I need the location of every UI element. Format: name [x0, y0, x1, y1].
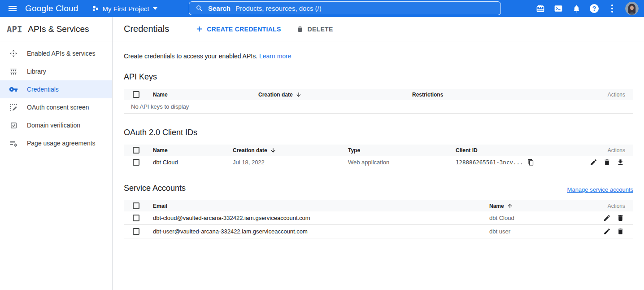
column-header-restrictions[interactable]: Restrictions	[412, 92, 593, 98]
library-icon	[9, 67, 18, 75]
column-header-name[interactable]: Name	[489, 203, 597, 209]
sidebar-item-page-usage[interactable]: Page usage agreements	[0, 134, 112, 152]
service-account-email: dbt-cloud@vaulted-arcana-332422.iam.gser…	[153, 215, 489, 221]
more-vertical-icon[interactable]	[605, 1, 620, 16]
sidebar-item-label: Library	[27, 68, 46, 75]
search-input[interactable]: Search Products, resources, docs (/)	[189, 1, 501, 15]
sidebar-header: API APIs & Services	[0, 17, 112, 41]
plus-icon	[196, 26, 203, 32]
page-title: Credentials	[124, 24, 169, 34]
sort-desc-icon	[296, 92, 302, 98]
learn-more-link[interactable]: Learn more	[259, 53, 292, 60]
oauth-header-row: Name Creation date Type Client ID Action…	[124, 145, 633, 156]
edit-icon[interactable]	[603, 214, 611, 222]
service-account-name: dbt Cloud	[489, 215, 597, 221]
service-accounts-title: Service Accounts	[124, 184, 186, 193]
delete-icon[interactable]	[617, 214, 624, 222]
edit-icon[interactable]	[590, 158, 597, 166]
delete-label: DELETE	[308, 26, 333, 33]
search-icon	[196, 4, 203, 12]
edit-icon[interactable]	[603, 228, 611, 235]
sidebar-title: APIs & Services	[28, 24, 89, 34]
row-checkbox[interactable]	[133, 228, 139, 235]
select-all-checkbox[interactable]	[133, 91, 139, 98]
sidebar-item-library[interactable]: Library	[0, 62, 112, 80]
column-header-actions: Actions	[608, 147, 633, 154]
project-icon	[92, 5, 99, 12]
oauth-consent-icon	[9, 103, 18, 111]
column-header-type[interactable]: Type	[348, 147, 456, 154]
column-header-name[interactable]: Name	[153, 92, 258, 98]
sidebar-item-oauth-consent[interactable]: OAuth consent screen	[0, 98, 112, 116]
api-service-logo-icon: API	[7, 24, 22, 34]
oauth-title: OAuth 2.0 Client IDs	[124, 128, 633, 137]
row-checkbox[interactable]	[133, 159, 139, 166]
row-actions	[597, 214, 633, 222]
table-row: dbt Cloud Jul 18, 2022 Web application 1…	[124, 156, 633, 169]
column-header-creation-date[interactable]: Creation date	[258, 92, 412, 98]
logo-text: Google Cloud	[25, 4, 78, 13]
service-accounts-header-row: Email Name Actions	[124, 200, 633, 211]
create-credentials-button[interactable]: CREATE CREDENTIALS	[196, 26, 281, 33]
project-selector[interactable]: My First Project	[92, 5, 157, 13]
column-header-name[interactable]: Name	[153, 147, 233, 154]
sidebar-item-domain-verification[interactable]: Domain verification	[0, 116, 112, 134]
menu-icon[interactable]	[0, 0, 25, 17]
service-accounts-table: Email Name Actions dbt-cloud@vaulted-arc…	[124, 200, 633, 238]
delete-icon[interactable]	[617, 228, 624, 235]
oauth-client-name: dbt Cloud	[153, 159, 233, 166]
sort-desc-icon	[270, 147, 276, 154]
sidebar-nav: Enabled APIs & services Library Credenti…	[0, 41, 112, 152]
content: Create credentials to access your enable…	[113, 41, 644, 238]
app-bar: Google Cloud My First Project Search Pro…	[0, 0, 644, 17]
appbar-actions: ?	[533, 1, 644, 16]
empty-message: No API keys to display	[131, 103, 189, 110]
help-icon[interactable]: ?	[587, 1, 602, 16]
row-checkbox[interactable]	[133, 215, 139, 221]
delete-button[interactable]: DELETE	[296, 26, 333, 33]
row-actions	[584, 158, 633, 166]
sidebar-item-label: Credentials	[27, 86, 59, 93]
column-header-email[interactable]: Email	[153, 203, 489, 209]
chevron-down-icon	[153, 7, 157, 10]
manage-service-accounts-link[interactable]: Manage service accounts	[567, 186, 633, 193]
question-mark: ?	[590, 4, 599, 13]
column-header-client-id[interactable]: Client ID	[456, 147, 584, 154]
sidebar-item-label: OAuth consent screen	[27, 104, 89, 111]
enabled-apis-icon	[9, 49, 18, 58]
intro-text: Create credentials to access your enable…	[124, 53, 633, 60]
avatar[interactable]	[625, 2, 639, 15]
intro-sentence: Create credentials to access your enable…	[124, 53, 257, 60]
table-row: dbt-user@vaulted-arcana-332422.iam.gserv…	[124, 225, 633, 238]
toolbar: Credentials CREATE CREDENTIALS DELETE	[113, 17, 644, 41]
sort-asc-icon	[507, 203, 513, 209]
api-keys-table: Name Creation date Restrictions Actions …	[124, 89, 633, 114]
api-keys-header-row: Name Creation date Restrictions Actions	[124, 89, 633, 100]
main-area: Credentials CREATE CREDENTIALS DELETE Cr…	[113, 17, 644, 290]
sidebar-item-credentials[interactable]: Credentials	[0, 80, 112, 98]
search-placeholder: Products, resources, docs (/)	[235, 4, 322, 12]
delete-icon[interactable]	[603, 158, 611, 166]
domain-verification-icon	[9, 122, 18, 129]
service-accounts-head: Service Accounts Manage service accounts	[124, 184, 633, 193]
api-keys-title: API Keys	[124, 72, 633, 82]
oauth-creation-date: Jul 18, 2022	[233, 159, 348, 166]
column-header-creation-date[interactable]: Creation date	[233, 147, 348, 154]
search-label: Search	[208, 4, 231, 12]
column-header-actions: Actions	[608, 92, 633, 98]
copy-icon[interactable]	[527, 159, 534, 166]
row-actions	[597, 228, 633, 235]
notifications-icon[interactable]	[569, 1, 584, 16]
select-all-checkbox[interactable]	[133, 147, 139, 154]
download-icon[interactable]	[617, 158, 624, 166]
key-icon	[9, 85, 18, 94]
cloud-shell-icon[interactable]	[551, 1, 566, 16]
service-account-name: dbt user	[489, 228, 597, 235]
gift-icon[interactable]	[533, 1, 548, 16]
select-all-checkbox[interactable]	[133, 202, 139, 209]
google-cloud-logo[interactable]: Google Cloud	[25, 4, 78, 13]
sidebar-item-label: Domain verification	[27, 122, 80, 129]
sidebar-item-label: Enabled APIs & services	[27, 50, 96, 57]
sidebar-item-enabled-apis[interactable]: Enabled APIs & services	[0, 44, 112, 62]
sidebar-item-label: Page usage agreements	[27, 140, 96, 147]
